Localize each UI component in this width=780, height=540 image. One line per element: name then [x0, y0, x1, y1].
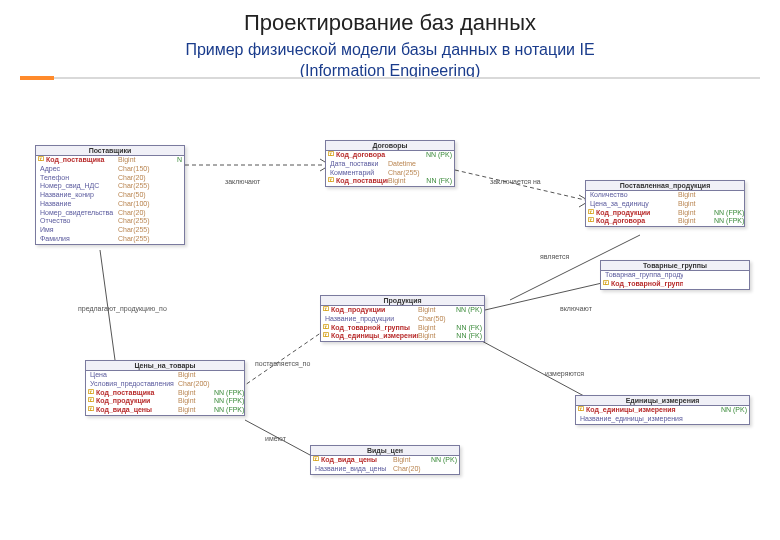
key-icon: ⚿ — [323, 332, 329, 341]
field-row: ⚿Код_договораNN (PK) — [326, 151, 454, 160]
entity-body: ⚿Код_договораNN (PK)Дата_поставкиDatetim… — [326, 151, 454, 186]
field-flags — [719, 415, 747, 424]
entity-body: ⚿Код_единицы_измеренияNN (PK)Название_ед… — [576, 406, 749, 424]
key-icon: ⚿ — [88, 406, 94, 415]
field-row: Цена_за_единицуBigint — [586, 200, 744, 209]
field-type: Bigint — [388, 177, 424, 186]
field-name: Номер_свид_НДС — [40, 182, 118, 191]
field-row: ОтчествоChar(255) — [36, 217, 184, 226]
field-flags: NN (FPK) — [714, 209, 742, 218]
field-name: Код_продукции — [596, 209, 678, 218]
field-row: ⚿Код_продукцииBigintNN (FPK) — [86, 397, 244, 406]
field-row: Товарная_группа_продукции — [601, 271, 749, 280]
entity-groups: Товарные_группы Товарная_группа_продукци… — [600, 260, 750, 290]
field-row: ⚿Код_поставщикаBigintNN (FPK) — [86, 389, 244, 398]
field-type: Datetime — [388, 160, 424, 169]
field-row: ⚿Код_вида_ценыBigintNN (FPK) — [86, 406, 244, 415]
field-flags — [154, 182, 182, 191]
field-row: ⚿Код_поставщикаBigintN — [36, 156, 184, 165]
field-name: Телефон — [40, 174, 118, 183]
field-row: ⚿Код_единицы_измеренияNN (PK) — [576, 406, 749, 415]
field-row: Название_конирChar(50) — [36, 191, 184, 200]
field-flags: NN (PK) — [424, 151, 452, 160]
field-name: Код_вида_цены — [321, 456, 393, 465]
field-name: Название_продукции — [325, 315, 418, 324]
field-name: Дата_поставки — [330, 160, 388, 169]
key-icon: ⚿ — [328, 151, 334, 160]
field-row: ЦенаBigint — [86, 371, 244, 380]
subtitle-line1: Пример физической модели базы данных в н… — [185, 41, 594, 58]
entity-header: Поставленная_продукция — [586, 181, 744, 191]
field-flags — [154, 200, 182, 209]
field-type — [683, 271, 719, 280]
field-flags — [154, 174, 182, 183]
field-type — [683, 415, 719, 424]
rel-label: является — [540, 253, 569, 260]
accent-bar — [20, 76, 54, 80]
field-type: Bigint — [678, 191, 714, 200]
entity-products: Продукция ⚿Код_продукцииBigintNN (PK)Наз… — [320, 295, 485, 342]
svg-line-1 — [455, 170, 585, 200]
field-flags: NN (FPK) — [214, 406, 242, 415]
field-flags: NN (FK) — [454, 324, 482, 333]
field-name: Имя — [40, 226, 118, 235]
svg-line-6 — [245, 330, 325, 385]
field-type: Char(255) — [388, 169, 424, 178]
page-title: Проектирование баз данных — [0, 0, 780, 36]
field-type: Char(200) — [178, 380, 214, 389]
key-icon: ⚿ — [88, 397, 94, 406]
rel-label: заключают — [225, 178, 260, 185]
field-type: Bigint — [178, 371, 214, 380]
field-flags: NN (FK) — [424, 177, 452, 186]
field-type: Bigint — [178, 397, 214, 406]
field-name: Код_единицы_измерения — [331, 332, 418, 341]
field-name: Название_конир — [40, 191, 118, 200]
field-name: Адрес — [40, 165, 118, 174]
field-type: Char(20) — [393, 465, 429, 474]
field-type: Bigint — [393, 456, 429, 465]
field-type: Char(20) — [118, 174, 154, 183]
field-flags: NN (PK) — [454, 306, 482, 315]
field-row: ⚿Код_единицы_измеренияBigintNN (FK) — [321, 332, 484, 341]
field-name: Код_продукции — [331, 306, 418, 315]
field-flags — [424, 160, 452, 169]
accent-line — [54, 77, 760, 79]
field-row: ⚿Код_продукцииBigintNN (FPK) — [586, 209, 744, 218]
field-type: Char(255) — [118, 182, 154, 191]
entity-body: ЦенаBigintУсловия_предоставленияChar(200… — [86, 371, 244, 415]
field-row: Номер_свидетельстваChar(20) — [36, 209, 184, 218]
field-type: Bigint — [418, 332, 454, 341]
field-flags: NN (FPK) — [714, 217, 742, 226]
entity-body: Товарная_группа_продукции⚿Код_товарной_г… — [601, 271, 749, 289]
field-name: Цена_за_единицу — [590, 200, 678, 209]
field-name: Код_договора — [596, 217, 678, 226]
key-icon: ⚿ — [88, 389, 94, 398]
key-icon: ⚿ — [328, 177, 334, 186]
field-flags — [154, 165, 182, 174]
key-icon: ⚿ — [603, 280, 609, 289]
field-type: Bigint — [678, 200, 714, 209]
field-type: Char(20) — [118, 209, 154, 218]
field-type: Char(255) — [118, 235, 154, 244]
field-flags — [429, 465, 457, 474]
entity-deliveries: Поставленная_продукция КоличествоBigintЦ… — [585, 180, 745, 227]
rel-label: измеряются — [545, 370, 584, 377]
field-type — [683, 406, 719, 415]
field-type: Bigint — [678, 217, 714, 226]
field-row: КоличествоBigint — [586, 191, 744, 200]
field-type: Char(100) — [118, 200, 154, 209]
entity-prices: Цены_на_товары ЦенаBigintУсловия_предост… — [85, 360, 245, 416]
field-name: Комментарий — [330, 169, 388, 178]
entity-body: ⚿Код_поставщикаBigintNАдресChar(150)Теле… — [36, 156, 184, 244]
field-row: ⚿Код_продукцииBigintNN (PK) — [321, 306, 484, 315]
field-name: Код_продукции — [96, 397, 178, 406]
rel-label: имеют — [265, 435, 286, 442]
field-flags — [719, 280, 747, 289]
field-name: Код_товарной_группы — [611, 280, 683, 289]
key-icon: ⚿ — [588, 217, 594, 226]
field-flags: N — [154, 156, 182, 165]
field-row: АдресChar(150) — [36, 165, 184, 174]
entity-body: КоличествоBigintЦена_за_единицуBigint⚿Ко… — [586, 191, 744, 226]
key-icon: ⚿ — [38, 156, 44, 165]
field-flags: NN (PK) — [719, 406, 747, 415]
